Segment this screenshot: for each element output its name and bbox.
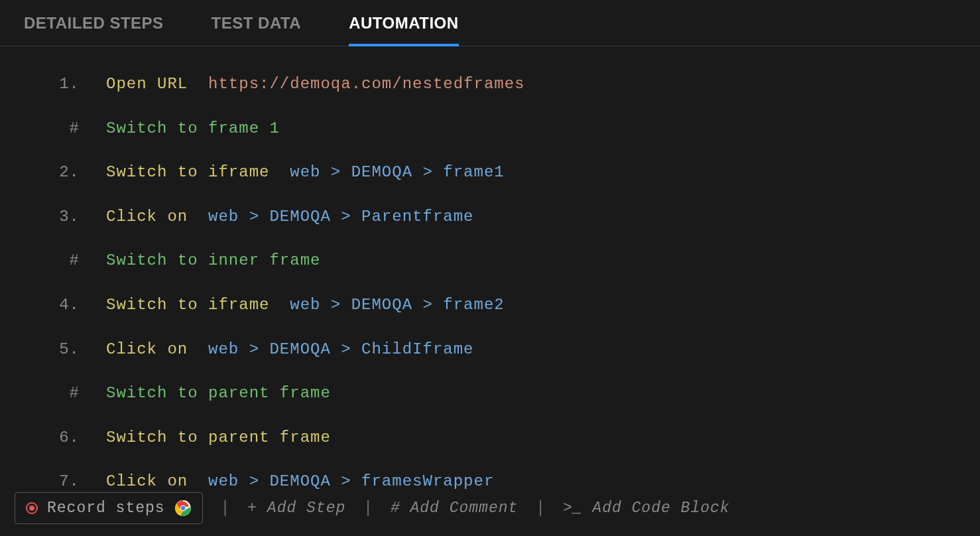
token-comment: Switch to parent frame xyxy=(106,384,331,402)
token-url: https://demoqa.com/nestedframes xyxy=(208,75,524,93)
token-ref: web > DEMOQA > ChildIframe xyxy=(208,340,473,358)
code-editor[interactable]: 1.Open URL https://demoqa.com/nestedfram… xyxy=(0,46,980,493)
line-gutter: 3. xyxy=(13,206,106,228)
tab-detailed-steps[interactable]: DETAILED STEPS xyxy=(0,0,188,46)
add-code-block-button[interactable]: >_ Add Code Block xyxy=(563,500,730,517)
token-action: Switch to parent frame xyxy=(106,429,331,446)
line-gutter: 7. xyxy=(13,470,106,493)
token-action: Click on xyxy=(106,472,188,490)
separator: | xyxy=(518,498,563,518)
record-label: Record steps xyxy=(47,500,165,517)
token-comment: Switch to inner frame xyxy=(106,251,320,269)
line-gutter: # xyxy=(13,249,106,272)
hash-icon: # xyxy=(391,500,410,517)
code-line[interactable]: 7.Click on web > DEMOQA > framesWrapper xyxy=(13,470,967,493)
tabs-bar: DETAILED STEPSTEST DATAAUTOMATION xyxy=(0,0,980,46)
token-space xyxy=(188,75,208,93)
token-action: Click on xyxy=(106,208,188,226)
separator: | xyxy=(345,498,391,518)
tab-test-data[interactable]: TEST DATA xyxy=(188,0,326,46)
token-space xyxy=(188,472,208,490)
token-space xyxy=(269,296,290,314)
footer-toolbar: Record steps | + Add Step | # Add Commen… xyxy=(15,492,965,524)
code-line[interactable]: #Switch to frame 1 xyxy=(13,117,967,140)
line-content: Switch to parent frame xyxy=(106,427,967,449)
line-content: Switch to frame 1 xyxy=(106,117,967,140)
code-line[interactable]: 4.Switch to iframe web > DEMOQA > frame2 xyxy=(13,294,967,316)
line-content: Click on web > DEMOQA > Parentframe xyxy=(106,206,967,228)
line-content: Switch to inner frame xyxy=(106,249,967,272)
token-space xyxy=(269,163,290,181)
token-space xyxy=(188,208,208,226)
token-action: Switch to iframe xyxy=(106,296,269,314)
record-steps-button[interactable]: Record steps xyxy=(15,492,203,524)
line-gutter: # xyxy=(13,117,106,140)
code-line[interactable]: 1.Open URL https://demoqa.com/nestedfram… xyxy=(13,73,967,96)
token-ref: web > DEMOQA > Parentframe xyxy=(208,208,473,226)
code-line[interactable]: 2.Switch to iframe web > DEMOQA > frame1 xyxy=(13,161,967,184)
tab-automation[interactable]: AUTOMATION xyxy=(325,0,482,46)
token-space xyxy=(188,340,208,358)
add-step-button[interactable]: + Add Step xyxy=(247,500,345,517)
line-gutter: 2. xyxy=(13,161,106,184)
plus-icon: + xyxy=(247,500,267,517)
line-gutter: 6. xyxy=(13,427,106,449)
token-action: Click on xyxy=(106,340,188,358)
token-ref: web > DEMOQA > frame1 xyxy=(290,163,504,181)
record-icon xyxy=(26,502,38,514)
line-content: Open URL https://demoqa.com/nestedframes xyxy=(106,73,967,96)
separator: | xyxy=(203,498,248,518)
code-line[interactable]: #Switch to parent frame xyxy=(13,382,967,405)
line-content: Click on web > DEMOQA > ChildIframe xyxy=(106,338,967,361)
token-ref: web > DEMOQA > framesWrapper xyxy=(208,472,494,490)
line-gutter: 5. xyxy=(13,338,106,361)
token-comment: Switch to frame 1 xyxy=(106,119,280,137)
code-line[interactable]: 6.Switch to parent frame xyxy=(13,427,967,449)
token-action: Switch to iframe xyxy=(106,163,269,181)
line-gutter: 4. xyxy=(13,294,106,316)
chrome-icon xyxy=(174,500,192,517)
token-ref: web > DEMOQA > frame2 xyxy=(290,296,504,314)
line-content: Click on web > DEMOQA > framesWrapper xyxy=(106,470,967,493)
code-line[interactable]: #Switch to inner frame xyxy=(13,249,967,272)
line-gutter: # xyxy=(13,382,106,405)
terminal-icon: >_ xyxy=(563,500,592,517)
add-comment-button[interactable]: # Add Comment xyxy=(391,500,518,517)
token-action: Open URL xyxy=(106,75,188,93)
line-gutter: 1. xyxy=(13,73,106,96)
line-content: Switch to iframe web > DEMOQA > frame1 xyxy=(106,161,967,184)
line-content: Switch to iframe web > DEMOQA > frame2 xyxy=(106,294,967,316)
code-line[interactable]: 3.Click on web > DEMOQA > Parentframe xyxy=(13,206,967,228)
line-content: Switch to parent frame xyxy=(106,382,967,405)
code-line[interactable]: 5.Click on web > DEMOQA > ChildIframe xyxy=(13,338,967,361)
